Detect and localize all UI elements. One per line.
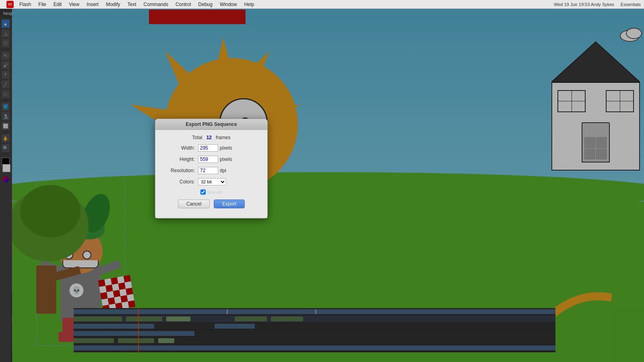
smooth-row: Smooth xyxy=(162,189,261,195)
smooth-label[interactable]: Smooth xyxy=(207,190,223,195)
menu-modify[interactable]: Modify xyxy=(103,1,123,8)
cancel-button[interactable]: Cancel xyxy=(178,200,210,208)
dialog-buttons: Cancel Export xyxy=(162,200,261,213)
menu-insert[interactable]: Insert xyxy=(83,1,102,8)
total-label: Total xyxy=(192,135,202,140)
resolution-input[interactable] xyxy=(198,167,218,174)
colors-select[interactable]: 32 bit 24 bit 8 bit xyxy=(198,178,226,185)
dialog-titlebar: Export PNG Sequence xyxy=(155,119,267,130)
menu-edit[interactable]: Edit xyxy=(50,1,65,8)
height-input[interactable] xyxy=(198,156,218,163)
essentials-label[interactable]: Essentials xyxy=(621,2,641,7)
export-button[interactable]: Export xyxy=(214,200,245,208)
width-row: Width: pixels xyxy=(162,144,261,152)
dialog-overlay: Export PNG Sequence Total 12 frames Widt… xyxy=(0,0,644,362)
menu-debug[interactable]: Debug xyxy=(195,1,216,8)
total-row: Total 12 frames xyxy=(162,135,261,140)
dialog-title: Export PNG Sequence xyxy=(186,121,237,127)
resolution-unit: dpi xyxy=(220,168,226,173)
resolution-label: Resolution: xyxy=(162,168,198,173)
menu-view[interactable]: View xyxy=(66,1,83,8)
colors-row: Colors: 32 bit 24 bit 8 bit xyxy=(162,178,261,185)
menu-items: Flash File Edit View Insert Modify Text … xyxy=(16,1,257,8)
menu-help[interactable]: Help xyxy=(241,1,258,8)
colors-label: Colors: xyxy=(162,179,198,185)
menu-flash[interactable]: Flash xyxy=(16,1,34,8)
app-icon: Fl xyxy=(6,1,14,8)
export-dialog: Export PNG Sequence Total 12 frames Widt… xyxy=(155,119,268,218)
smooth-checkbox[interactable] xyxy=(200,189,206,195)
menu-file[interactable]: File xyxy=(35,1,49,8)
dialog-body: Total 12 frames Width: pixels Height: pi… xyxy=(155,130,267,218)
menu-text[interactable]: Text xyxy=(124,1,140,8)
menu-window[interactable]: Window xyxy=(217,1,240,8)
width-input[interactable] xyxy=(198,144,218,152)
resolution-row: Resolution: dpi xyxy=(162,167,261,174)
height-unit: pixels xyxy=(220,156,232,162)
height-row: Height: pixels xyxy=(162,156,261,163)
height-label: Height: xyxy=(162,156,198,162)
datetime-display: Wed 19 Jun 19:53 Andy Sykes xyxy=(554,2,614,7)
frames-label: frames xyxy=(216,135,231,140)
menubar: Fl Flash File Edit View Insert Modify Te… xyxy=(0,0,644,9)
width-label: Width: xyxy=(162,145,198,151)
menubar-right: Wed 19 Jun 19:53 Andy Sykes Essentials xyxy=(554,2,641,7)
menu-control[interactable]: Control xyxy=(172,1,194,8)
menu-commands[interactable]: Commands xyxy=(140,1,171,8)
total-value: 12 xyxy=(206,135,212,140)
width-unit: pixels xyxy=(220,145,232,151)
